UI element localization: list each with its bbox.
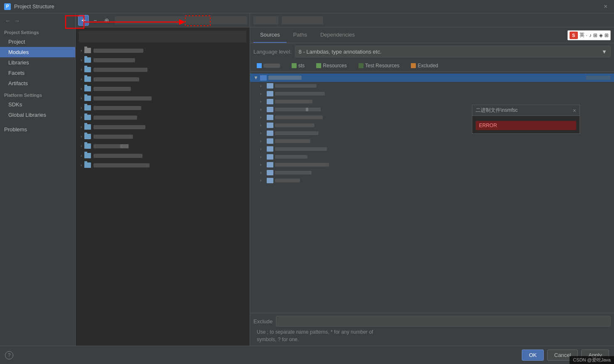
project-structure-dialog: P Project Structure × ← → Project Settin… <box>0 0 614 364</box>
tabs-left: Sources Paths Dependencies <box>253 27 361 43</box>
exclude-row: Exclude <box>253 316 611 327</box>
nav-arrows: ← → <box>0 15 75 27</box>
module-panel: + − ⊕ › › <box>76 13 250 346</box>
project-settings-header: Project Settings <box>0 27 75 37</box>
module-toolbar: + − ⊕ <box>76 13 250 27</box>
popup-close-button[interactable]: × <box>573 107 576 114</box>
close-button[interactable]: × <box>602 2 610 11</box>
tree-root-item[interactable]: ▼ <box>250 74 614 82</box>
tree-item[interactable]: › <box>250 177 614 184</box>
tree-item[interactable]: › <box>250 169 614 177</box>
sidebar: ← → Project Settings Project Modules Lib… <box>0 13 76 346</box>
sogou-grid-icon[interactable]: ⊞ <box>593 32 597 38</box>
test-resources-label: Test Resources <box>365 63 400 69</box>
sidebar-item-artifacts[interactable]: Artifacts <box>0 78 75 89</box>
language-level-label: Language level: <box>253 49 292 55</box>
sogou-en[interactable]: 英 <box>580 32 585 39</box>
ok-button[interactable]: OK <box>522 349 544 361</box>
popup-error-bar: ERROR <box>476 121 576 130</box>
resources-label: Resources <box>323 63 346 69</box>
folder-icon <box>267 83 273 89</box>
sidebar-item-libraries[interactable]: Libraries <box>0 57 75 68</box>
module-item[interactable]: › <box>79 151 246 160</box>
module-item[interactable]: › <box>79 122 246 132</box>
main-content: ← → Project Settings Project Modules Lib… <box>0 13 614 346</box>
mark-sources-btn[interactable] <box>253 62 283 69</box>
folder-icon <box>267 170 273 175</box>
tabs-right: S 英 · ♪ ⊞ ◈ ⊞ <box>567 30 611 40</box>
popup-title-bar: 二进制文件\nsmfsc × <box>472 105 580 116</box>
right-top-bar <box>250 13 614 27</box>
remove-module-button[interactable]: − <box>90 15 101 26</box>
exclude-label: Exclude <box>253 318 273 325</box>
language-level-bar: Language level: 8 - Lambdas, type annota… <box>250 43 614 60</box>
excluded-color-icon <box>411 63 416 68</box>
tree-item[interactable]: › <box>250 82 614 90</box>
folder-icon <box>267 123 273 128</box>
resources-color-icon <box>316 63 321 68</box>
module-item[interactable]: › <box>79 93 246 103</box>
folder-icon <box>267 99 273 104</box>
language-level-select[interactable]: 8 - Lambdas, type annotations etc. ▼ <box>295 46 611 57</box>
popup-title: 二进制文件\nsmfsc <box>476 107 518 114</box>
tree-item[interactable]: › <box>250 137 614 145</box>
module-item[interactable]: › <box>79 103 246 113</box>
tree-item[interactable]: › <box>250 161 614 169</box>
csdn-watermark: CSDN @爱吃Java <box>570 356 614 364</box>
folder-icon <box>267 107 273 112</box>
mark-resources-btn[interactable]: Resources <box>313 61 350 70</box>
module-item[interactable]: › <box>79 55 246 65</box>
forward-arrow[interactable]: → <box>13 17 21 25</box>
tab-dependencies[interactable]: Dependencies <box>314 27 361 43</box>
sidebar-item-sdks[interactable]: SDKs <box>0 99 75 110</box>
sidebar-item-modules[interactable]: Modules <box>0 47 75 57</box>
sogou-menu-icon[interactable]: ⊞ <box>604 32 609 38</box>
popup-content: ERROR <box>472 116 580 133</box>
folder-icon <box>267 115 273 120</box>
module-item[interactable]: › <box>79 65 246 74</box>
sidebar-item-problems[interactable]: Problems <box>0 124 75 135</box>
folder-icon <box>267 138 273 144</box>
add-module-button[interactable]: + <box>78 15 89 26</box>
sogou-mic-icon[interactable]: ♪ <box>589 32 592 38</box>
floating-popup: 二进制文件\nsmfsc × ERROR <box>472 105 580 134</box>
copy-module-button[interactable]: ⊕ <box>101 15 112 26</box>
exclude-input[interactable] <box>276 316 611 327</box>
app-icon: P <box>4 3 11 10</box>
mark-tests-btn[interactable]: sts <box>288 61 308 70</box>
module-item[interactable]: › <box>79 160 246 170</box>
tests-label: sts <box>298 63 305 69</box>
folder-icon <box>267 91 273 96</box>
sogou-skin-icon[interactable]: ◈ <box>599 32 603 38</box>
module-item[interactable]: › <box>79 84 246 93</box>
tabs-bar: Sources Paths Dependencies S 英 <box>250 27 614 43</box>
title-bar: P Project Structure × <box>0 0 614 13</box>
module-item[interactable]: › <box>79 132 246 141</box>
folder-icon <box>267 178 273 183</box>
sidebar-item-global-libraries[interactable]: Global Libraries <box>0 110 75 120</box>
root-folder-icon <box>260 75 267 81</box>
right-panel: Sources Paths Dependencies S 英 <box>250 13 614 346</box>
tests-color-icon <box>292 63 297 68</box>
module-item[interactable]: › <box>79 46 246 55</box>
source-marks-bar: sts Resources Test Resources Excluded <box>250 60 614 72</box>
tab-sources[interactable]: Sources <box>253 27 287 43</box>
help-button[interactable]: ? <box>5 351 13 359</box>
module-item[interactable]: › <box>79 74 246 84</box>
exclude-section: Exclude Use ; to separate name patterns,… <box>250 313 614 346</box>
hint-line2: symbols, ? for one. <box>253 336 611 343</box>
back-arrow[interactable]: ← <box>4 17 12 25</box>
module-item[interactable]: › <box>79 141 246 151</box>
mark-excluded-btn[interactable]: Excluded <box>408 61 441 70</box>
tree-item[interactable]: › <box>250 145 614 153</box>
folder-icon <box>267 146 273 152</box>
mark-test-resources-btn[interactable]: Test Resources <box>355 61 403 70</box>
sidebar-item-project[interactable]: Project <box>0 37 75 47</box>
module-item[interactable]: › <box>79 113 246 122</box>
tab-paths[interactable]: Paths <box>287 27 314 43</box>
tree-item[interactable]: › <box>250 153 614 161</box>
sidebar-item-facets[interactable]: Facets <box>0 68 75 78</box>
window-title: Project Structure <box>14 3 602 10</box>
tree-item[interactable]: › <box>250 90 614 98</box>
module-list: › › › › <box>76 27 250 346</box>
